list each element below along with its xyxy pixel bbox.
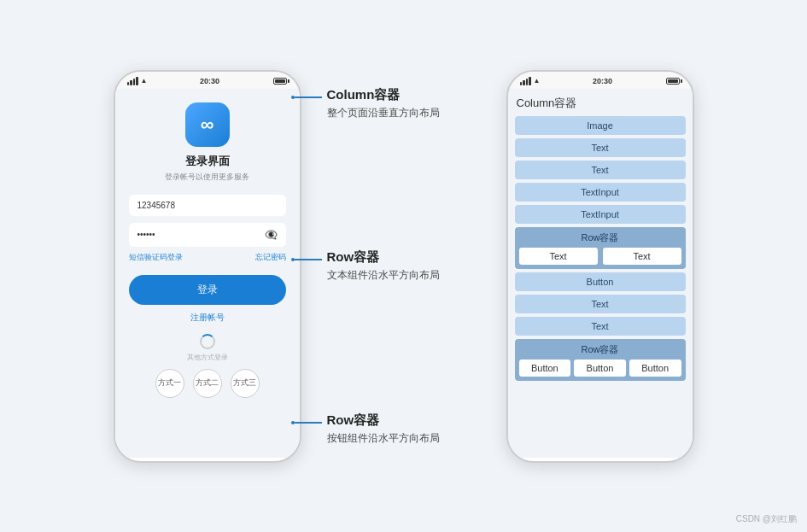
right-status-bar: ▲ 20:30 xyxy=(508,72,693,89)
method-btn-2[interactable]: 方式二 xyxy=(193,369,222,398)
annotation-row-mid: Row容器 文本组件沿水平方向布局 xyxy=(327,249,481,283)
password-input[interactable] xyxy=(137,230,265,239)
diagram-textinput-item-1: TextInput xyxy=(515,183,686,202)
phone-input[interactable] xyxy=(129,195,286,216)
diagram-button-item: Button xyxy=(515,272,686,291)
diagram-text-item-4: Text xyxy=(515,317,686,336)
watermark: CSDN @刘红鹏 xyxy=(736,513,797,525)
diagram-text-item-3: Text xyxy=(515,295,686,313)
login-button[interactable]: 登录 xyxy=(129,275,286,305)
annotation-row-mid-desc: 文本组件沿水平方向布局 xyxy=(327,267,481,283)
method-btn-1[interactable]: 方式一 xyxy=(155,369,184,398)
diagram-row-text-1: Text xyxy=(519,248,598,265)
loading-circle xyxy=(200,334,215,349)
other-methods-label: 其他方式登录 xyxy=(187,353,228,362)
diagram-row-items-1: Text Text xyxy=(519,248,681,265)
diagram-row-btn-2: Button xyxy=(574,360,626,377)
eye-icon[interactable]: 👁‍🗨 xyxy=(265,229,278,241)
arrow-mid xyxy=(291,258,322,261)
annotations-panel: Column容器 整个页面沿垂直方向布局 Row容器 文本组件沿水平方向布局 R… xyxy=(327,70,481,463)
diagram-image-item: Image xyxy=(515,116,686,135)
annotation-row-bottom: Row容器 按钮组件沿水平方向布局 xyxy=(327,412,481,446)
right-status-time: 20:30 xyxy=(593,77,612,85)
right-signal-area: ▲ xyxy=(520,77,541,85)
sms-link[interactable]: 短信验证码登录 xyxy=(129,252,183,263)
register-link[interactable]: 注册帐号 xyxy=(190,312,225,324)
diagram-text-item-2: Text xyxy=(515,161,686,179)
left-phone: ▲ 20:30 ∞ 登录界面 登录帐号以使用更多服务 👁‍🗨 短信验证码登录 xyxy=(114,70,301,463)
method-buttons: 方式一 方式二 方式三 xyxy=(155,369,260,398)
diagram-row-btn-3: Button xyxy=(629,360,681,377)
annotation-row-mid-title: Row容器 xyxy=(327,249,481,266)
left-phone-content: ∞ 登录界面 登录帐号以使用更多服务 👁‍🗨 短信验证码登录 忘记密码 登录 注… xyxy=(115,89,300,458)
login-title: 登录界面 xyxy=(185,154,230,169)
status-time: 20:30 xyxy=(200,77,219,85)
bar3 xyxy=(133,79,136,85)
bar2 xyxy=(130,80,132,85)
app-icon-letter: ∞ xyxy=(201,114,214,136)
method-btn-3[interactable]: 方式三 xyxy=(231,369,260,398)
app-icon: ∞ xyxy=(185,102,230,147)
bar4 xyxy=(136,77,138,85)
right-battery-icon xyxy=(666,78,680,85)
diagram-row-label-2: Row容器 xyxy=(519,343,681,356)
wifi-icon: ▲ xyxy=(141,77,148,85)
right-diagram-phone: ▲ 20:30 Column容器 Image Text Text TextInp… xyxy=(506,70,694,463)
diagram-row-items-2: Button Button Button xyxy=(519,360,681,377)
battery-area xyxy=(272,78,287,85)
right-battery-area xyxy=(664,78,680,85)
arrow-top xyxy=(291,96,322,99)
sms-forgot-row: 短信验证码登录 忘记密码 xyxy=(129,252,286,263)
signal-bars xyxy=(127,77,138,85)
diagram-column-title: Column容器 xyxy=(515,96,686,111)
diagram-row-text-2: Text xyxy=(603,248,681,265)
annotation-column-desc: 整个页面沿垂直方向布局 xyxy=(327,105,481,120)
right-wifi-icon: ▲ xyxy=(534,77,541,85)
left-status-bar: ▲ 20:30 xyxy=(115,72,300,89)
login-subtitle: 登录帐号以使用更多服务 xyxy=(165,172,249,183)
diagram-content: Column容器 Image Text Text TextInput TextI… xyxy=(508,89,693,458)
annotation-row-bottom-desc: 按钮组件沿水平方向布局 xyxy=(327,430,481,446)
diagram-text-item-1: Text xyxy=(515,138,686,157)
diagram-textinput-item-2: TextInput xyxy=(515,205,686,224)
annotation-column: Column容器 整个页面沿垂直方向布局 xyxy=(327,87,481,120)
right-signal-bars xyxy=(520,77,531,85)
arrow-bottom xyxy=(291,421,322,424)
bar1 xyxy=(127,82,130,85)
diagram-row-btn-1: Button xyxy=(519,360,571,377)
diagram-row-container-2: Row容器 Button Button Button xyxy=(515,339,686,381)
signal-area: ▲ xyxy=(127,77,148,85)
password-row: 👁‍🗨 xyxy=(129,223,286,247)
diagram-row-label-1: Row容器 xyxy=(519,231,681,244)
battery-icon xyxy=(273,78,287,85)
diagram-row-container-1: Row容器 Text Text xyxy=(515,227,686,269)
forgot-link[interactable]: 忘记密码 xyxy=(255,252,286,263)
annotation-row-bottom-title: Row容器 xyxy=(327,412,481,429)
annotation-column-title: Column容器 xyxy=(327,87,481,103)
